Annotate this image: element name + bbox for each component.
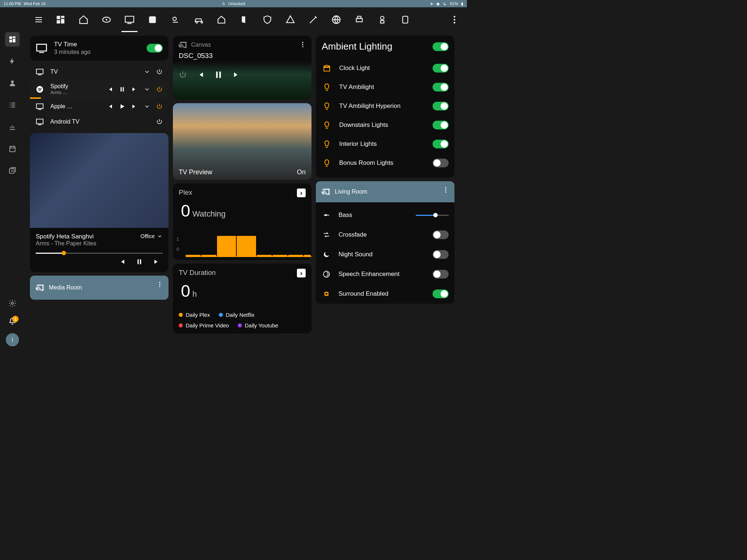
power-icon[interactable] — [179, 71, 187, 79]
prev-icon[interactable] — [107, 103, 113, 110]
nav-car-icon[interactable] — [193, 15, 204, 25]
nav-homekit-icon[interactable] — [216, 15, 227, 25]
tv-duration-card[interactable]: TV Duration › 0h Daily PlexDaily Netflix… — [173, 264, 311, 334]
tv-preview-card[interactable]: TV Preview On — [173, 103, 311, 180]
media-row-android[interactable]: Android TV — [30, 114, 169, 129]
bass-slider[interactable] — [416, 215, 449, 216]
nav-more-button[interactable] — [449, 15, 460, 25]
battery-icon: ▮ — [461, 1, 463, 6]
location-icon: ➤ — [430, 1, 433, 6]
media-row-tv[interactable]: TV — [30, 64, 169, 79]
more-icon[interactable] — [299, 41, 306, 48]
pause-icon[interactable] — [214, 70, 223, 79]
plex-card[interactable]: Plex › 0Watching 1 0 — [173, 183, 311, 260]
sidebar-dashboard[interactable] — [5, 32, 20, 47]
power-icon[interactable] — [156, 118, 163, 125]
legend-item: Daily Plex — [179, 312, 210, 318]
ambient-toggle[interactable] — [433, 140, 449, 148]
more-icon[interactable] — [156, 281, 163, 288]
sidebar-notifications[interactable]: 1 — [8, 317, 16, 327]
plex-chart — [186, 234, 311, 257]
nav-eye-icon[interactable] — [101, 15, 112, 25]
pause-icon[interactable] — [119, 86, 125, 93]
ambient-toggle[interactable] — [433, 64, 449, 73]
living-toggle[interactable] — [433, 289, 449, 298]
nav-tv-icon[interactable] — [124, 15, 135, 25]
more-icon[interactable] — [442, 186, 449, 194]
player-location[interactable]: Office — [140, 233, 163, 239]
nav-camera-icon[interactable] — [377, 15, 387, 25]
power-icon[interactable] — [156, 86, 163, 93]
ambient-row[interactable]: Downstairs Lights — [322, 116, 449, 135]
ambient-toggle[interactable] — [433, 121, 449, 129]
sidebar-list[interactable] — [5, 98, 20, 112]
chevron-down-icon[interactable] — [144, 69, 150, 75]
nav-door-icon[interactable] — [239, 15, 249, 25]
ambient-row[interactable]: TV Ambilight Hyperion — [322, 97, 449, 116]
next-icon[interactable] — [233, 71, 241, 79]
setting-icon — [322, 269, 331, 279]
media-room-header[interactable]: Media Room — [30, 276, 169, 300]
living-toggle[interactable] — [433, 270, 449, 279]
menu-button[interactable] — [32, 13, 45, 26]
play-icon[interactable] — [119, 103, 125, 110]
nav-spotify-icon[interactable] — [147, 15, 158, 25]
nav-home-icon[interactable] — [78, 15, 89, 25]
nav-magic-icon[interactable] — [308, 15, 318, 25]
living-row[interactable]: Bass — [322, 205, 449, 225]
setting-icon — [322, 230, 331, 240]
living-toggle[interactable] — [433, 250, 449, 259]
legend-label: Daily Youtube — [245, 322, 278, 328]
tvtime-card[interactable]: TV Time 3 minutes ago — [30, 36, 169, 61]
sidebar-calendar[interactable] — [5, 141, 20, 156]
nav-shield-icon[interactable] — [262, 15, 272, 25]
prev-icon[interactable] — [118, 258, 125, 265]
unlock-icon — [222, 2, 225, 5]
living-room-header[interactable]: Living Room — [316, 181, 454, 202]
ambient-master-toggle[interactable] — [433, 42, 449, 51]
living-toggle[interactable] — [433, 230, 449, 239]
living-row[interactable]: Crossfade — [322, 225, 449, 245]
nav-weather-icon[interactable] — [170, 15, 181, 25]
chevron-down-icon[interactable] — [144, 86, 150, 93]
ambient-row[interactable]: Bonus Room Lights — [322, 153, 449, 172]
power-icon[interactable] — [156, 103, 163, 110]
pause-icon[interactable] — [136, 258, 143, 265]
sidebar-info[interactable]: i — [6, 333, 19, 346]
nav-water-icon[interactable] — [400, 15, 410, 25]
ambient-row[interactable]: Interior Lights — [322, 135, 449, 153]
media-row-spotify[interactable]: Spotify Arms ... — [30, 79, 169, 99]
ambient-toggle[interactable] — [433, 102, 449, 110]
power-icon[interactable] — [156, 69, 163, 75]
expand-button[interactable]: › — [297, 188, 306, 197]
next-icon[interactable] — [131, 103, 138, 110]
sidebar-person[interactable] — [5, 76, 20, 90]
ambient-row[interactable]: TV Ambilight — [322, 78, 449, 97]
nav-network-icon[interactable] — [331, 15, 341, 25]
nav-floorplan-icon[interactable] — [55, 15, 66, 25]
player-track: Arms - The Paper Kites — [36, 240, 163, 247]
prev-icon[interactable] — [196, 71, 204, 79]
ambient-row[interactable]: Clock Light — [322, 59, 449, 78]
canvas-card[interactable]: Canvas DSC_0533 — [173, 36, 311, 100]
living-row[interactable]: Night Sound — [322, 245, 449, 264]
next-icon[interactable] — [153, 258, 160, 265]
living-row[interactable]: Surround Enabled — [322, 284, 449, 304]
ambient-toggle[interactable] — [433, 83, 449, 92]
living-row[interactable]: Speech Enhancement — [322, 264, 449, 284]
nav-printer-icon[interactable] — [354, 15, 364, 25]
ambient-toggle[interactable] — [433, 159, 449, 167]
expand-button[interactable]: › — [297, 269, 306, 277]
sidebar-media[interactable] — [5, 163, 20, 178]
sidebar-stats[interactable] — [5, 120, 20, 134]
sidebar-settings[interactable] — [5, 296, 20, 311]
nav-alert-icon[interactable] — [285, 15, 295, 25]
chevron-down-icon[interactable] — [144, 103, 150, 110]
media-row-apple[interactable]: Apple … — [30, 99, 169, 114]
prev-icon[interactable] — [107, 86, 113, 93]
sidebar-energy[interactable] — [5, 54, 20, 69]
next-icon[interactable] — [131, 86, 138, 93]
tvtime-toggle[interactable] — [147, 44, 163, 52]
spotify-player-card[interactable]: Spotify Heta Sanghvi Arms - The Paper Ki… — [30, 133, 169, 272]
progress-bar[interactable] — [36, 253, 163, 254]
